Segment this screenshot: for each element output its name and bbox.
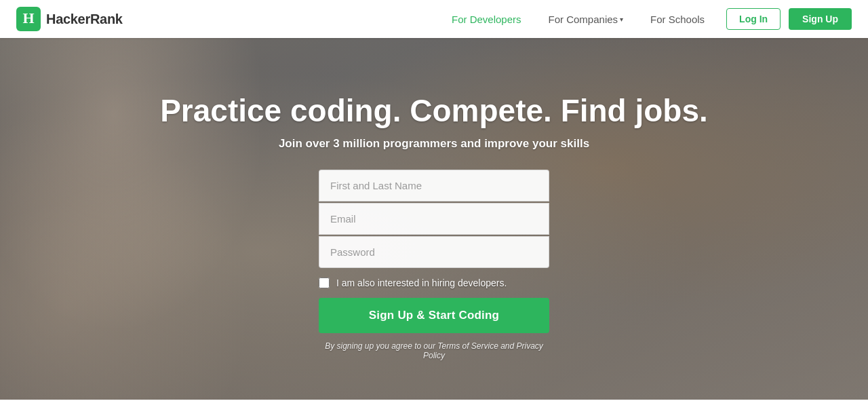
navbar-links: For Developers For Companies ▾ For Schoo…	[441, 8, 852, 31]
nav-companies-link[interactable]: For Companies ▾	[538, 8, 635, 31]
hiring-checkbox-row: I am also interested in hiring developer…	[319, 278, 549, 288]
hiring-checkbox[interactable]	[319, 278, 330, 288]
signup-form: I am also interested in hiring developer…	[319, 170, 549, 360]
signup-nav-button[interactable]: Sign Up	[789, 8, 852, 30]
name-input[interactable]	[319, 170, 549, 202]
svg-text:H: H	[22, 9, 34, 26]
hiring-checkbox-label[interactable]: I am also interested in hiring developer…	[336, 278, 507, 288]
hackerrank-logo-icon: H	[16, 7, 41, 31]
hero-section: Practice coding. Compete. Find jobs. Joi…	[0, 0, 868, 420]
password-input[interactable]	[319, 236, 549, 268]
terms-text: By signing up you agree to our Terms of …	[319, 341, 549, 360]
hero-title: Practice coding. Compete. Find jobs.	[160, 92, 708, 129]
login-button[interactable]: Log In	[726, 8, 781, 30]
signup-submit-button[interactable]: Sign Up & Start Coding	[319, 298, 549, 333]
hero-content: Practice coding. Compete. Find jobs. Joi…	[0, 38, 868, 420]
nav-schools-link[interactable]: For Schools	[639, 8, 715, 31]
email-input[interactable]	[319, 203, 549, 235]
navbar: H HackerRank For Developers For Companie…	[0, 0, 868, 38]
logo-area: H HackerRank	[16, 7, 123, 31]
bottom-bar	[0, 400, 868, 420]
logo-text: HackerRank	[46, 12, 123, 27]
hero-subtitle: Join over 3 million programmers and impr…	[279, 137, 589, 151]
nav-developers-link[interactable]: For Developers	[441, 8, 532, 31]
chevron-down-icon: ▾	[620, 16, 623, 23]
